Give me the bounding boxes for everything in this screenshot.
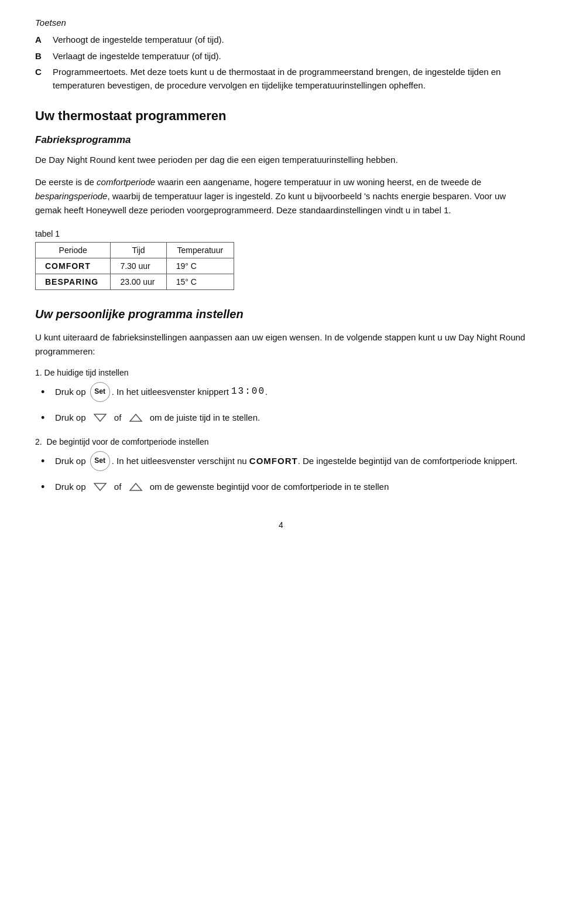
step1-b1-text-before: Druk op <box>55 385 88 399</box>
fabriek-paragraph1: De Day Night Round kent twee perioden pe… <box>35 153 527 167</box>
comfortperiode-italic: comfortperiode <box>97 177 155 187</box>
bullet-dot-1: • <box>41 384 50 401</box>
key-item-a: A Verhoogt de ingestelde temperatuur (of… <box>35 33 527 47</box>
col-temperatuur: Temperatuur <box>166 243 234 258</box>
key-desc-c: Programmeertoets. Met deze toets kunt u … <box>53 66 527 92</box>
triangle-down-icon-1[interactable] <box>90 408 110 428</box>
comfort-display-text: COMFORT <box>249 454 298 468</box>
step2-b2-text-after: om de gewenste begintijd voor de comfort… <box>148 480 389 494</box>
section-title: Toetsen <box>35 18 527 28</box>
svg-marker-2 <box>94 483 106 490</box>
triangle-down-icon-2[interactable] <box>90 477 110 497</box>
step1-b1-text-end: . <box>265 385 268 399</box>
display-time-1: 13:00 <box>231 384 265 400</box>
key-letter-a: A <box>35 33 53 47</box>
step2-bullets: • Druk op Set . In het uitleesvenster ve… <box>41 451 527 497</box>
cell-besparing-temp: 15° C <box>166 274 234 290</box>
table-row-besparing: BESPARING 23.00 uur 15° C <box>36 274 234 290</box>
besparingsperiode-italic: besparingsperiode <box>35 191 107 201</box>
step2-b1-text-end: . De ingestelde begintijd van de comfort… <box>298 454 518 468</box>
step1-b2-text-before: Druk op <box>55 411 88 425</box>
svg-marker-3 <box>130 483 142 490</box>
key-item-c: C Programmeertoets. Met deze toets kunt … <box>35 66 527 92</box>
step1-b1-text-after: . In het uitleesvenster knippert <box>112 385 231 399</box>
table-row-comfort: COMFORT 7.30 uur 19° C <box>36 258 234 274</box>
fabriek-paragraph2: De eerste is de comfortperiode waarin ee… <box>35 175 527 217</box>
step1-b2-text-after: om de juiste tijd in te stellen. <box>148 411 261 425</box>
bullet-dot-2: • <box>41 410 50 427</box>
page-number: 4 <box>35 520 527 530</box>
step1-bullet1: • Druk op Set . In het uitleesvenster kn… <box>41 382 527 402</box>
step2-bullet1: • Druk op Set . In het uitleesvenster ve… <box>41 451 527 471</box>
down-arrow-svg-2 <box>92 479 108 495</box>
section2-paragraph1: U kunt uiteraard de fabrieksinstellingen… <box>35 330 527 359</box>
tabel1: Periode Tijd Temperatuur COMFORT 7.30 uu… <box>35 242 234 290</box>
step2-text: De begintijd voor de comfortperiode inst… <box>46 437 208 446</box>
key-letter-b: B <box>35 50 53 63</box>
key-desc-a: Verhoogt de ingestelde temperatuur (of t… <box>53 33 224 47</box>
svg-marker-0 <box>94 414 106 421</box>
down-arrow-svg-1 <box>92 410 108 426</box>
up-arrow-svg-2 <box>128 479 144 495</box>
step2-b2-of: of <box>112 480 124 494</box>
cell-comfort-temp: 19° C <box>166 258 234 274</box>
section-header: Toetsen <box>35 18 527 28</box>
section2-title: Uw persoonlijke programma instellen <box>35 308 527 321</box>
triangle-up-icon-1[interactable] <box>126 408 146 428</box>
table-header-row: Periode Tijd Temperatuur <box>36 243 234 258</box>
step2-bullet2: • Druk op of om de gewenste begintijd vo… <box>41 477 527 497</box>
section1-title: Uw thermostaat programmeren <box>35 108 527 124</box>
step2-number: 2. <box>35 437 42 446</box>
col-tijd: Tijd <box>111 243 166 258</box>
bullet-dot-4: • <box>41 479 50 496</box>
svg-marker-1 <box>130 414 142 421</box>
fabriek-title: Fabrieksprogramma <box>35 134 527 146</box>
cell-comfort-tijd: 7.30 uur <box>111 258 166 274</box>
step1-bullets: • Druk op Set . In het uitleesvenster kn… <box>41 382 527 428</box>
cell-besparing-periode: BESPARING <box>36 274 111 290</box>
tabel-label: tabel 1 <box>35 229 527 238</box>
cell-besparing-tijd: 23.00 uur <box>111 274 166 290</box>
key-list: A Verhoogt de ingestelde temperatuur (of… <box>35 33 527 92</box>
key-item-b: B Verlaagt de ingestelde temperatuur (of… <box>35 50 527 63</box>
step2-b2-text-before: Druk op <box>55 480 88 494</box>
step1-bullet2: • Druk op of om de juiste tijd in te ste… <box>41 408 527 428</box>
key-desc-b: Verlaagt de ingestelde temperatuur (of t… <box>53 50 221 63</box>
set-button-2[interactable]: Set <box>90 451 110 471</box>
step2-label: 2. De begintijd voor de comfortperiode i… <box>35 437 527 446</box>
step1-number: 1. <box>35 368 42 377</box>
col-periode: Periode <box>36 243 111 258</box>
step2-b1-text-after: . In het uitleesvenster verschijnt nu <box>112 454 249 468</box>
up-arrow-svg-1 <box>128 410 144 426</box>
cell-comfort-periode: COMFORT <box>36 258 111 274</box>
bullet-dot-3: • <box>41 453 50 470</box>
step1-b2-of: of <box>112 411 124 425</box>
step2-b1-text-before: Druk op <box>55 454 88 468</box>
set-button-1[interactable]: Set <box>90 382 110 402</box>
step1-label: 1. De huidige tijd instellen <box>35 368 527 377</box>
triangle-up-icon-2[interactable] <box>126 477 146 497</box>
key-letter-c: C <box>35 66 53 92</box>
